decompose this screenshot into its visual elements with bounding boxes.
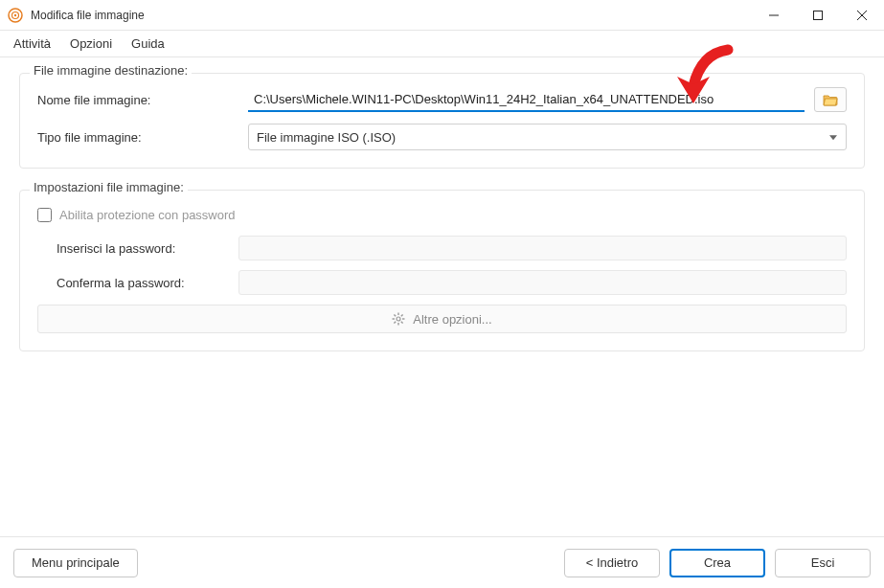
filetype-select[interactable]: File immagine ISO (.ISO)	[248, 124, 847, 150]
label-filetype: Tipo file immagine:	[37, 130, 238, 145]
group-settings-legend: Impostazioni file immagine:	[30, 180, 188, 194]
svg-rect-4	[814, 11, 823, 19]
row-confirm-password: Conferma la password:	[57, 270, 847, 295]
label-confirm-password: Conferma la password:	[57, 276, 238, 290]
menu-help[interactable]: Guida	[122, 33, 174, 55]
titlebar: Modifica file immagine	[0, 0, 884, 31]
enter-password-input[interactable]	[238, 236, 847, 260]
label-enter-password: Inserisci la password:	[57, 241, 238, 256]
svg-line-13	[401, 322, 403, 324]
app-icon	[8, 8, 23, 23]
enable-password-label: Abilita protezione con password	[59, 208, 236, 222]
window-title: Modifica file immagine	[31, 9, 752, 22]
folder-open-icon	[823, 93, 838, 106]
row-enable-password: Abilita protezione con password	[37, 208, 847, 222]
group-destination: File immagine destinazione: Nome file im…	[19, 73, 865, 169]
browse-button[interactable]	[814, 87, 847, 112]
exit-button[interactable]: Esci	[775, 549, 871, 577]
footer: Menu principale < Indietro Crea Esci	[0, 536, 884, 588]
close-button[interactable]	[840, 0, 884, 31]
filename-input[interactable]	[248, 87, 805, 112]
content-area: File immagine destinazione: Nome file im…	[0, 57, 884, 388]
create-button[interactable]: Crea	[669, 549, 765, 577]
back-button[interactable]: < Indietro	[564, 549, 660, 577]
row-enter-password: Inserisci la password:	[57, 236, 847, 260]
gear-icon	[392, 312, 405, 326]
more-options-label: Altre opzioni...	[413, 312, 491, 327]
svg-line-15	[395, 322, 397, 324]
svg-line-14	[401, 314, 403, 316]
label-filename: Nome file immagine:	[37, 93, 238, 107]
group-destination-legend: File immagine destinazione:	[30, 63, 192, 78]
svg-point-7	[397, 317, 400, 321]
minimize-button[interactable]	[752, 0, 796, 31]
main-menu-button[interactable]: Menu principale	[13, 549, 138, 577]
confirm-password-input[interactable]	[238, 270, 847, 295]
more-options-button[interactable]: Altre opzioni...	[37, 305, 847, 333]
svg-line-12	[395, 314, 397, 316]
menu-activity[interactable]: Attività	[4, 33, 60, 55]
menubar: Attività Opzioni Guida	[0, 31, 884, 57]
maximize-button[interactable]	[796, 0, 840, 31]
row-filetype: Tipo file immagine: File immagine ISO (.…	[37, 124, 847, 150]
enable-password-checkbox[interactable]	[37, 208, 52, 222]
row-filename: Nome file immagine:	[37, 87, 847, 112]
menu-options[interactable]: Opzioni	[60, 33, 122, 55]
filetype-select-wrap: File immagine ISO (.ISO)	[248, 124, 847, 150]
svg-point-2	[14, 13, 16, 15]
group-settings: Impostazioni file immagine: Abilita prot…	[19, 190, 865, 351]
